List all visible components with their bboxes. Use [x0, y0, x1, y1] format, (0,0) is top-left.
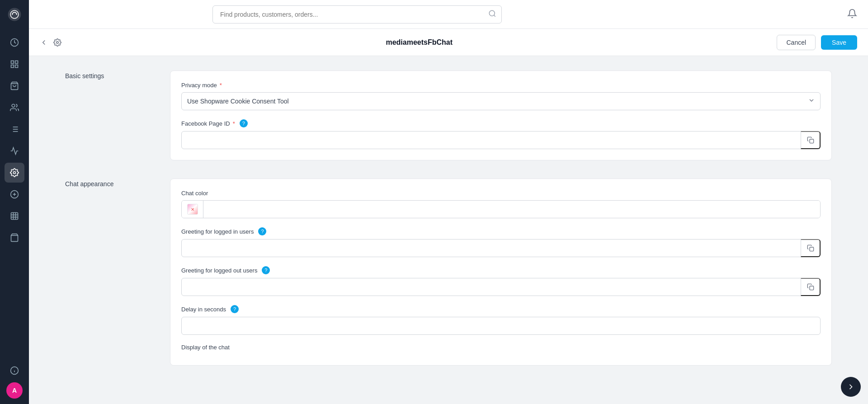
basic-settings-card: Privacy mode * Use Shopware Cookie Conse…	[170, 70, 832, 160]
svg-rect-2	[11, 61, 14, 64]
topbar-right	[847, 9, 857, 20]
sidebar-bottom: A	[5, 361, 24, 404]
chat-color-group: Chat color ✕	[181, 190, 821, 218]
chat-appearance-card: Chat color ✕ Greeting for logged in user…	[170, 179, 832, 366]
facebook-page-id-help-icon[interactable]: ?	[240, 119, 248, 127]
chat-color-label: Chat color	[181, 190, 821, 197]
sidebar-item-orders[interactable]	[5, 76, 24, 96]
delay-seconds-label: Delay in seconds ?	[181, 305, 821, 313]
sidebar-nav	[5, 29, 24, 361]
sidebar-item-store[interactable]	[5, 228, 24, 248]
greeting-logged-out-copy-button[interactable]	[801, 278, 821, 296]
sidebar-item-blocks[interactable]	[5, 54, 24, 74]
search-input[interactable]	[212, 5, 502, 23]
privacy-mode-select[interactable]: Use Shopware Cookie Consent Tool Custom …	[181, 92, 821, 110]
sidebar-item-add[interactable]	[5, 184, 24, 204]
facebook-page-id-group: Facebook Page ID * ?	[181, 119, 821, 149]
greeting-logged-in-help-icon[interactable]: ?	[258, 227, 266, 235]
sidebar-item-content[interactable]	[5, 119, 24, 139]
svg-point-28	[57, 41, 59, 43]
facebook-page-id-label: Facebook Page ID * ?	[181, 119, 821, 127]
search-wrapper	[212, 5, 502, 23]
basic-settings-label: Basic settings	[65, 70, 156, 160]
sidebar-item-analytics[interactable]	[5, 206, 24, 226]
privacy-mode-select-wrapper: Use Shopware Cookie Consent Tool Custom …	[181, 92, 821, 110]
svg-point-0	[8, 8, 21, 21]
greeting-logged-out-group: Greeting for logged out users ?	[181, 266, 821, 296]
chat-appearance-row: Chat appearance Chat color ✕	[29, 179, 868, 366]
cancel-button[interactable]: Cancel	[777, 35, 816, 50]
svg-rect-18	[11, 213, 18, 220]
basic-settings-row: Basic settings Privacy mode * Use Shopwa…	[29, 70, 868, 160]
main-content: mediameetsFbChat Cancel Save Basic setti…	[29, 0, 868, 404]
sidebar-item-info[interactable]	[5, 361, 24, 381]
avatar[interactable]: A	[6, 382, 23, 399]
greeting-logged-in-label: Greeting for logged in users ?	[181, 227, 821, 235]
greeting-logged-out-help-icon[interactable]: ?	[262, 266, 270, 274]
greeting-logged-in-input[interactable]	[181, 239, 821, 257]
delay-seconds-help-icon[interactable]: ?	[231, 305, 239, 313]
facebook-page-id-input-wrapper	[181, 131, 821, 149]
svg-line-27	[494, 15, 495, 16]
svg-rect-29	[810, 139, 814, 143]
required-star: *	[220, 82, 222, 89]
sidebar-item-dashboard[interactable]	[5, 33, 24, 52]
bottom-right-badge[interactable]	[841, 377, 861, 397]
topbar	[29, 0, 868, 29]
greeting-logged-in-copy-button[interactable]	[801, 239, 821, 257]
color-swatch[interactable]: ✕	[182, 200, 203, 218]
content-area: Basic settings Privacy mode * Use Shopwa…	[29, 56, 868, 404]
svg-point-7	[12, 104, 15, 108]
search-icon	[488, 9, 496, 19]
facebook-page-id-copy-button[interactable]	[801, 131, 821, 149]
display-chat-label: Display of the chat	[181, 344, 821, 351]
sidebar-item-marketing[interactable]	[5, 141, 24, 161]
color-swatch-inner: ✕	[187, 204, 198, 215]
sidebar: A	[0, 0, 29, 404]
bell-icon[interactable]	[847, 9, 857, 20]
greeting-logged-out-input-wrapper	[181, 278, 821, 296]
save-button[interactable]: Save	[821, 35, 857, 50]
svg-rect-30	[810, 247, 814, 251]
delay-seconds-group: Delay in seconds ?	[181, 305, 821, 335]
display-chat-group: Display of the chat	[181, 344, 821, 351]
svg-point-26	[489, 10, 495, 16]
chat-color-text-input[interactable]	[203, 200, 820, 218]
back-button[interactable]	[40, 38, 48, 47]
facebook-page-id-input[interactable]	[181, 131, 821, 149]
privacy-mode-group: Privacy mode * Use Shopware Cookie Conse…	[181, 82, 821, 110]
subheader: mediameetsFbChat Cancel Save	[29, 29, 868, 56]
page-title: mediameetsFbChat	[67, 38, 771, 47]
svg-rect-5	[11, 65, 14, 68]
required-star-2: *	[233, 120, 235, 127]
greeting-logged-in-input-wrapper	[181, 239, 821, 257]
svg-rect-3	[15, 61, 18, 64]
svg-rect-4	[15, 65, 18, 68]
greeting-logged-in-group: Greeting for logged in users ?	[181, 227, 821, 257]
sidebar-item-settings[interactable]	[5, 163, 24, 183]
svg-rect-31	[810, 286, 814, 290]
privacy-mode-label: Privacy mode *	[181, 82, 821, 89]
settings-icon-subheader[interactable]	[53, 38, 61, 47]
chat-color-picker: ✕	[181, 200, 821, 218]
greeting-logged-out-label: Greeting for logged out users ?	[181, 266, 821, 274]
greeting-logged-out-input[interactable]	[181, 278, 821, 296]
delay-seconds-input[interactable]	[181, 317, 821, 335]
chat-appearance-label: Chat appearance	[65, 179, 156, 366]
svg-point-14	[14, 172, 16, 174]
sidebar-logo	[0, 0, 29, 29]
sidebar-item-customers[interactable]	[5, 98, 24, 117]
